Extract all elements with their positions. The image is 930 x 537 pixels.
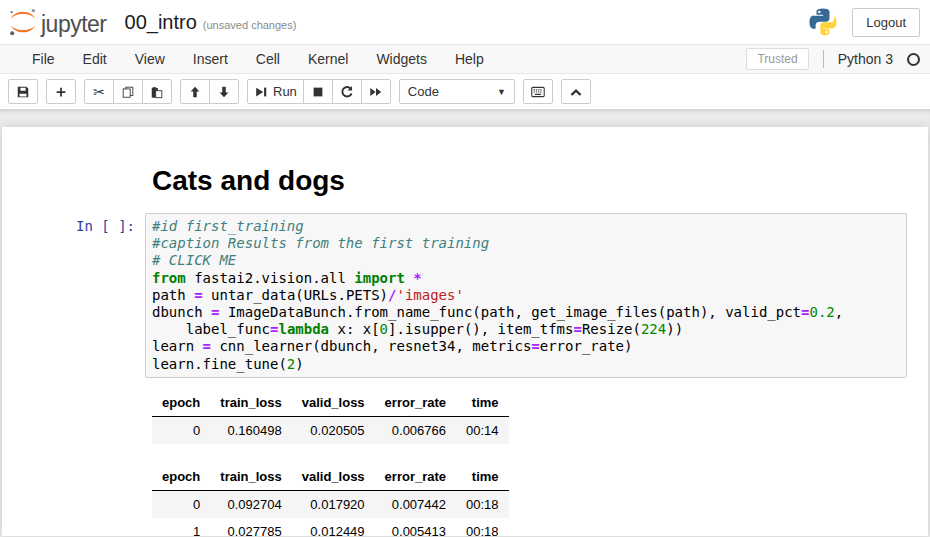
table-header-row: epochtrain_lossvalid_losserror_ratetime	[152, 390, 509, 417]
column-header: epoch	[152, 390, 210, 417]
save-icon	[16, 85, 30, 99]
table-row: 00.0927040.0179200.00744200:18	[152, 490, 509, 518]
column-header: time	[456, 464, 509, 491]
column-header: error_rate	[375, 464, 456, 491]
table-cell: 0.017920	[292, 490, 375, 518]
menu-items: FileEditViewInsertCellKernelWidgetsHelp	[18, 45, 498, 73]
notebook-title[interactable]: 00_intro	[125, 11, 197, 34]
table-cell: 00:14	[456, 416, 509, 444]
cell-type-select[interactable]: Code ▼	[399, 79, 515, 104]
restart-run-all-button[interactable]	[361, 79, 391, 104]
kernel-idle-icon	[907, 53, 920, 66]
copy-icon	[121, 85, 135, 99]
run-icon	[254, 85, 268, 99]
add-cell-button[interactable]	[46, 79, 76, 104]
menu-item-cell[interactable]: Cell	[242, 45, 294, 73]
menu-item-insert[interactable]: Insert	[179, 45, 242, 73]
column-header: train_loss	[210, 390, 291, 417]
move-down-icon	[217, 85, 231, 99]
logout-button[interactable]: Logout	[852, 8, 920, 37]
column-header: train_loss	[210, 464, 291, 491]
toolbar: ✂	[0, 74, 930, 109]
output-table: epochtrain_lossvalid_losserror_ratetime0…	[152, 390, 509, 444]
table-row: 00.1604980.0205050.00676600:14	[152, 416, 509, 444]
jupyter-logo-icon	[8, 7, 38, 37]
column-header: valid_loss	[292, 390, 375, 417]
restart-icon	[340, 85, 354, 99]
python-logo-icon	[808, 7, 838, 37]
add-cell-icon	[54, 85, 68, 99]
save-button[interactable]	[8, 79, 38, 104]
move-up-button[interactable]	[180, 79, 210, 104]
menu-item-help[interactable]: Help	[441, 45, 498, 73]
column-header: error_rate	[375, 390, 456, 417]
table-cell: 00:18	[456, 518, 509, 536]
run-button[interactable]: Run	[247, 79, 304, 104]
section-heading: Cats and dogs	[145, 165, 928, 197]
table-cell: 0	[152, 490, 210, 518]
menu-item-widgets[interactable]: Widgets	[362, 45, 441, 73]
trusted-button[interactable]: Trusted	[746, 48, 808, 70]
code-area[interactable]: #id first_training#caption Results from …	[152, 218, 900, 373]
column-header: epoch	[152, 464, 210, 491]
move-up-icon	[188, 85, 202, 99]
menu-item-file[interactable]: File	[18, 45, 69, 73]
code-line: from fastai2.vision.all import *	[152, 270, 900, 287]
code-line: dbunch = ImageDataBunch.from_name_func(p…	[152, 304, 900, 321]
input-prompt: In [ ]:	[2, 213, 145, 378]
code-input-area[interactable]: #id first_training#caption Results from …	[145, 213, 907, 378]
table-header-row: epochtrain_lossvalid_losserror_ratetime	[152, 464, 509, 491]
table-cell: 0.007442	[375, 490, 456, 518]
menu-item-edit[interactable]: Edit	[69, 45, 121, 73]
column-header: valid_loss	[292, 464, 375, 491]
table-cell: 0.012449	[292, 518, 375, 536]
table-cell: 0	[152, 416, 210, 444]
menu-item-view[interactable]: View	[121, 45, 179, 73]
move-down-button[interactable]	[209, 79, 239, 104]
table-cell: 1	[152, 518, 210, 536]
collapse-toolbar-button[interactable]	[561, 79, 591, 104]
kernel-name: Python 3	[838, 51, 893, 67]
cut-icon: ✂	[93, 85, 105, 99]
table-cell: 00:18	[456, 490, 509, 518]
cell-type-value: Code	[408, 84, 439, 99]
paste-icon	[150, 85, 164, 99]
run-label: Run	[273, 84, 297, 99]
table-cell: 0.092704	[210, 490, 291, 518]
stop-button[interactable]	[303, 79, 333, 104]
table-cell: 0.160498	[210, 416, 291, 444]
copy-button[interactable]	[113, 79, 143, 104]
menu-divider	[823, 50, 824, 68]
code-line: #id first_training	[152, 218, 900, 235]
code-line: learn.fine_tune(2)	[152, 356, 900, 373]
keyboard-icon	[531, 85, 545, 99]
menu-item-kernel[interactable]: Kernel	[294, 45, 362, 73]
paste-button[interactable]	[142, 79, 172, 104]
header: jupyter 00_intro (unsaved changes) Logou…	[0, 0, 930, 44]
code-line: path = untar_data(URLs.PETS)/'images'	[152, 287, 900, 304]
menubar: FileEditViewInsertCellKernelWidgetsHelp …	[0, 44, 930, 74]
notebook-container: Cats and dogs In [ ]: #id first_training…	[2, 127, 928, 536]
table-cell: 0.020505	[292, 416, 375, 444]
code-line: label_func=lambda x: x[0].isupper(), ite…	[152, 321, 900, 338]
restart-run-all-icon	[369, 85, 383, 99]
chevron-up-icon	[569, 85, 583, 99]
output-area: epochtrain_lossvalid_losserror_ratetime0…	[2, 390, 928, 536]
cut-button[interactable]: ✂	[84, 79, 114, 104]
code-line: learn = cnn_learner(dbunch, resnet34, me…	[152, 338, 900, 355]
markdown-cell[interactable]: Cats and dogs	[2, 165, 928, 197]
site-background: Cats and dogs In [ ]: #id first_training…	[0, 109, 930, 536]
command-palette-button[interactable]	[523, 79, 553, 104]
code-line: #caption Results from the first training	[152, 235, 900, 252]
output-table: epochtrain_lossvalid_losserror_ratetime0…	[152, 464, 509, 536]
code-cell[interactable]: In [ ]: #id first_training#caption Resul…	[2, 213, 928, 378]
column-header: time	[456, 390, 509, 417]
stop-icon	[311, 85, 325, 99]
code-line: # CLICK ME	[152, 252, 900, 269]
jupyter-logo[interactable]: jupyter	[8, 7, 107, 37]
table-cell: 0.027785	[210, 518, 291, 536]
checkpoint-status: (unsaved changes)	[203, 13, 297, 31]
table-cell: 0.006766	[375, 416, 456, 444]
table-cell: 0.005413	[375, 518, 456, 536]
restart-button[interactable]	[332, 79, 362, 104]
